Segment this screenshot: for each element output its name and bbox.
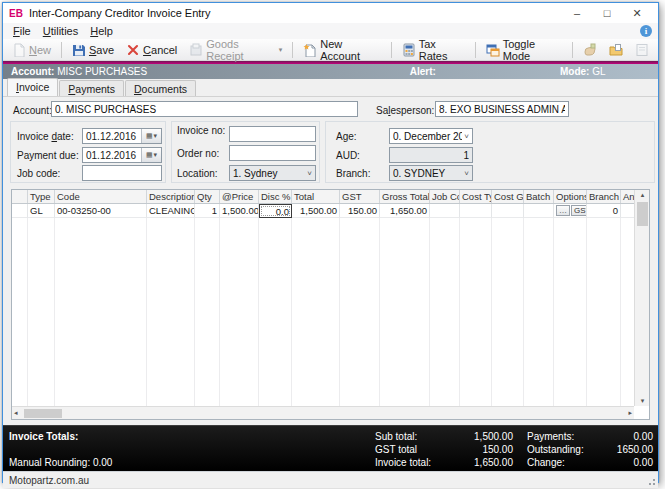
toolbar-separator bbox=[391, 42, 392, 58]
col-header-analysis: Analysis C bbox=[621, 190, 634, 203]
tab-documents[interactable]: Documents bbox=[125, 80, 196, 96]
salesperson-label: Salesperson: bbox=[376, 105, 434, 116]
cell-total[interactable]: 1,500.00 bbox=[292, 204, 340, 218]
cell-gst[interactable]: 150.00 bbox=[340, 204, 380, 218]
cell-qty[interactable]: 1 bbox=[195, 204, 220, 218]
grid-vertical-scrollbar[interactable]: ▴ ▾ bbox=[634, 190, 649, 406]
cell-gross-total[interactable]: 1,650.00 bbox=[380, 204, 430, 218]
references-groupbox: Invoice no: Order no: Location: 1. Sydne… bbox=[171, 121, 320, 183]
goods-receipt-dropdown-caret: ▾ bbox=[279, 46, 283, 54]
payment-due-calendar-button[interactable]: ▦▾ bbox=[141, 148, 161, 162]
close-button[interactable]: ✕ bbox=[622, 4, 652, 22]
cell-code[interactable]: 00-03250-00 bbox=[55, 204, 147, 218]
branch-select[interactable]: 0. SYDNEY ˅ bbox=[389, 165, 473, 181]
toolbar: New Save Cancel Goods Receipt ▾ New Acco… bbox=[3, 39, 658, 61]
order-no-input[interactable] bbox=[229, 145, 316, 161]
sub-total-value: 1,500.00 bbox=[433, 431, 513, 442]
scroll-down-icon[interactable]: ▾ bbox=[635, 397, 650, 405]
grid-header-row: Type Code Description Qty @Price Disc % … bbox=[12, 190, 634, 204]
gst-total-value: 150.00 bbox=[433, 444, 513, 455]
payment-due-value: 01.12.2016 bbox=[83, 150, 141, 161]
sub-total-label: Sub total: bbox=[375, 431, 417, 442]
col-header-options: Options bbox=[554, 190, 587, 203]
grid-viewport: Type Code Description Qty @Price Disc % … bbox=[12, 190, 634, 406]
menu-help[interactable]: Help bbox=[84, 25, 119, 37]
chevron-down-icon: ˅ bbox=[307, 169, 312, 178]
salesperson-input[interactable] bbox=[435, 101, 569, 117]
col-header-gross-total: Gross Total bbox=[380, 190, 430, 203]
save-button[interactable]: Save bbox=[67, 41, 119, 59]
attachment-tool-button[interactable] bbox=[604, 41, 628, 59]
cancel-button[interactable]: Cancel bbox=[121, 41, 182, 59]
change-value: 0.00 bbox=[573, 457, 653, 468]
app-window: EB Inter-Company Creditor Invoice Entry … bbox=[2, 2, 659, 483]
invoice-total-label: Invoice total: bbox=[375, 457, 431, 468]
cell-type[interactable]: GL bbox=[28, 204, 55, 218]
tab-invoice[interactable]: Invoice bbox=[7, 78, 58, 96]
gst-total-label: GST total bbox=[375, 444, 417, 455]
invoice-no-input[interactable] bbox=[229, 126, 316, 142]
stamp-tool-button[interactable] bbox=[578, 41, 602, 59]
cell-batch-code[interactable] bbox=[524, 204, 554, 218]
cell-analysis[interactable] bbox=[621, 204, 634, 218]
cell-branch-no[interactable]: 0 bbox=[587, 204, 621, 218]
cell-price[interactable]: 1,500.00 bbox=[220, 204, 259, 218]
toolbar-separator bbox=[61, 42, 62, 58]
manual-rounding: Manual Rounding: 0.00 bbox=[9, 457, 112, 468]
tax-rates-button[interactable]: Tax Rates bbox=[397, 36, 470, 64]
account-label: Account: bbox=[13, 105, 52, 116]
document-tool-button bbox=[630, 41, 654, 59]
info-icon[interactable]: i bbox=[640, 25, 652, 37]
col-header-cost-group: Cost Grou bbox=[492, 190, 524, 203]
payment-due-field[interactable]: 01.12.2016 ▦▾ bbox=[82, 147, 162, 163]
cell-options: …GST bbox=[554, 204, 587, 218]
options-ellipsis-button[interactable]: … bbox=[556, 205, 570, 216]
scroll-right-icon[interactable]: ▸ bbox=[628, 409, 632, 417]
folder-page-icon bbox=[609, 43, 623, 57]
cancel-x-icon bbox=[126, 43, 140, 57]
accountbar-account-label: Account: bbox=[11, 66, 54, 77]
vertical-scroll-thumb[interactable] bbox=[637, 202, 648, 226]
job-code-input[interactable] bbox=[82, 165, 162, 181]
minimize-button[interactable]: – bbox=[562, 4, 592, 22]
toolbar-separator bbox=[475, 42, 476, 58]
account-input[interactable] bbox=[51, 101, 358, 117]
grid-column-lines bbox=[12, 218, 634, 406]
cell-description[interactable]: CLEANING bbox=[147, 204, 195, 218]
location-label: Location: bbox=[177, 168, 218, 179]
scroll-left-icon[interactable]: ◂ bbox=[14, 409, 18, 417]
menu-utilities[interactable]: Utilities bbox=[37, 25, 84, 37]
new-account-button[interactable]: New Account bbox=[298, 36, 386, 64]
cell-cost-group[interactable] bbox=[492, 204, 524, 218]
menu-file[interactable]: File bbox=[7, 25, 37, 37]
invoice-no-label: Invoice no: bbox=[177, 126, 227, 136]
tab-payments[interactable]: Payments bbox=[59, 80, 124, 96]
cell-disc-focused[interactable]: 0.0 bbox=[259, 204, 292, 218]
location-select[interactable]: 1. Sydney ˅ bbox=[229, 165, 316, 181]
resize-grip[interactable] bbox=[646, 476, 656, 486]
invoice-date-field[interactable]: 01.12.2016 ▦▾ bbox=[82, 128, 162, 144]
col-header-selector bbox=[12, 190, 28, 203]
col-header-price: @Price bbox=[220, 190, 259, 203]
aud-input[interactable] bbox=[389, 147, 473, 163]
scroll-up-icon[interactable]: ▴ bbox=[635, 191, 650, 199]
age-select[interactable]: 0. December 2016 ˅ bbox=[389, 128, 473, 144]
branch-label: Branch: bbox=[336, 168, 370, 179]
cell-job-code[interactable] bbox=[430, 204, 460, 218]
cell-row-selector[interactable] bbox=[12, 204, 28, 218]
options-gst-button[interactable]: GST bbox=[571, 205, 587, 216]
maximize-button[interactable]: □ bbox=[592, 4, 622, 22]
title-bar: EB Inter-Company Creditor Invoice Entry … bbox=[3, 3, 658, 23]
goods-receipt-icon bbox=[189, 43, 203, 57]
cell-cost-type[interactable] bbox=[460, 204, 492, 218]
toggle-mode-button[interactable]: Toggle Mode bbox=[481, 36, 567, 64]
payments-label: Payments: bbox=[527, 431, 574, 442]
horizontal-scroll-thumb[interactable] bbox=[24, 409, 62, 418]
col-header-description: Description bbox=[147, 190, 195, 203]
grid-horizontal-scrollbar[interactable]: ◂ ▸ bbox=[12, 406, 634, 419]
document-icon bbox=[635, 43, 649, 57]
invoice-date-calendar-button[interactable]: ▦▾ bbox=[141, 129, 161, 143]
new-page-icon bbox=[12, 43, 26, 57]
toolbar-separator bbox=[572, 42, 573, 58]
invoice-date-value: 01.12.2016 bbox=[83, 131, 141, 142]
